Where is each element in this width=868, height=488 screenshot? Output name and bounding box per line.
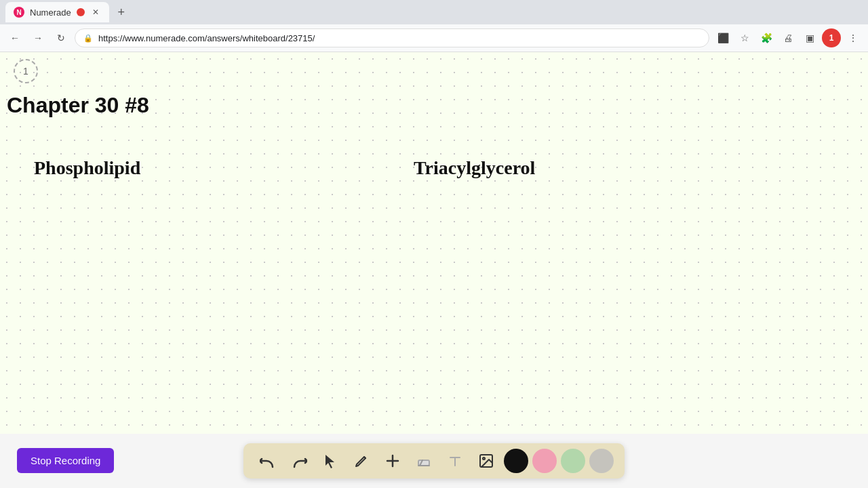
url-text: https://www.numerade.com/answers/whitebo… bbox=[98, 33, 701, 43]
nav-bar: ← → ↻ 🔒 https://www.numerade.com/answers… bbox=[0, 24, 868, 52]
bookmark-icon[interactable]: ☆ bbox=[735, 28, 754, 47]
stop-recording-button[interactable]: Stop Recording bbox=[17, 448, 114, 473]
tab-bar: N Numerade ✕ + bbox=[0, 0, 868, 24]
add-element-button[interactable] bbox=[379, 447, 406, 474]
page-number: 1 bbox=[14, 59, 38, 83]
drawing-toolbar bbox=[243, 443, 625, 479]
tab-favicon: N bbox=[14, 7, 24, 18]
svg-point-9 bbox=[483, 458, 485, 460]
undo-button[interactable] bbox=[254, 447, 281, 474]
browser-window: N Numerade ✕ + ← → ↻ 🔒 https://www.numer… bbox=[0, 0, 868, 488]
image-insert-button[interactable] bbox=[473, 447, 500, 474]
refresh-button[interactable]: ↻ bbox=[52, 28, 71, 47]
triacylglycerol-label: Triacylglycerol bbox=[414, 157, 535, 179]
active-tab[interactable]: N Numerade ✕ bbox=[5, 2, 109, 22]
color-black-button[interactable] bbox=[504, 449, 528, 473]
phospholipid-label: Phospholipid bbox=[34, 157, 140, 179]
browser-chrome: N Numerade ✕ + ← → ↻ 🔒 https://www.numer… bbox=[0, 0, 868, 52]
lock-icon: 🔒 bbox=[83, 34, 93, 43]
new-tab-button[interactable]: + bbox=[112, 3, 131, 22]
split-screen-icon[interactable]: ▣ bbox=[800, 28, 819, 47]
svg-marker-0 bbox=[326, 455, 334, 468]
extension-icon[interactable]: 🧩 bbox=[757, 28, 776, 47]
redo-button[interactable] bbox=[285, 447, 313, 474]
bottom-toolbar: Stop Recording bbox=[0, 434, 868, 488]
recording-indicator bbox=[77, 8, 85, 16]
menu-icon[interactable]: ⋮ bbox=[844, 28, 863, 47]
text-tool-button[interactable] bbox=[441, 447, 469, 474]
color-green-button[interactable] bbox=[561, 449, 585, 473]
select-tool-button[interactable] bbox=[317, 447, 344, 474]
nav-actions: ⬛ ☆ 🧩 🖨 ▣ 1 ⋮ bbox=[713, 28, 863, 47]
eraser-tool-button[interactable] bbox=[410, 447, 437, 474]
print-icon[interactable]: 🖨 bbox=[778, 28, 797, 47]
pen-tool-button[interactable] bbox=[348, 447, 375, 474]
whiteboard-canvas[interactable]: 1 Chapter 30 #8 Phospholipid Triacylglyc… bbox=[0, 52, 868, 434]
profile-icon[interactable]: 1 bbox=[822, 28, 841, 47]
chapter-title: Chapter 30 #8 bbox=[7, 93, 149, 118]
forward-button[interactable]: → bbox=[28, 28, 47, 47]
color-pink-button[interactable] bbox=[532, 449, 557, 473]
tab-close-button[interactable]: ✕ bbox=[90, 7, 101, 18]
color-gray-button[interactable] bbox=[589, 449, 614, 473]
back-button[interactable]: ← bbox=[5, 28, 24, 47]
address-bar[interactable]: 🔒 https://www.numerade.com/answers/white… bbox=[75, 28, 709, 47]
tab-title: Numerade bbox=[30, 7, 71, 18]
cast-icon[interactable]: ⬛ bbox=[713, 28, 732, 47]
